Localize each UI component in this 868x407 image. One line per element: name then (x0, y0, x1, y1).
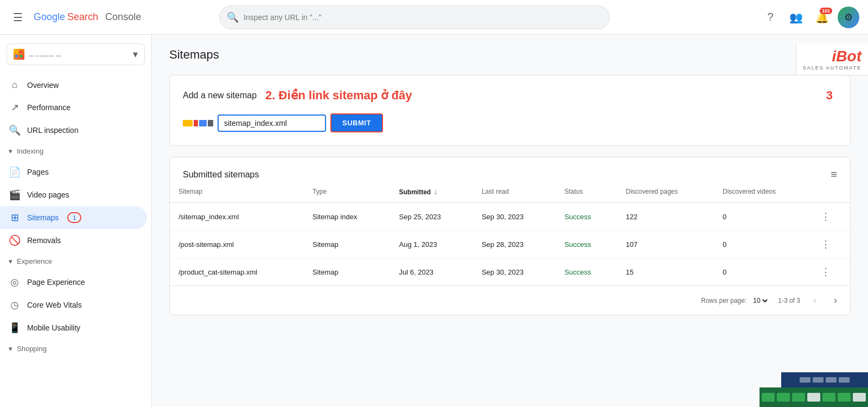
help-icon: ? (767, 11, 773, 23)
actions-cell: ⋮ (812, 203, 850, 231)
sidebar-item-page-experience[interactable]: ◎ Page Experience (0, 271, 147, 294)
sidebar-item-pages[interactable]: 📄 Pages (0, 161, 147, 183)
search-bar: 🔍 (219, 5, 610, 29)
next-page-button[interactable]: › (829, 292, 841, 308)
strip-block (777, 393, 790, 402)
more-icon[interactable]: ⋮ (821, 211, 831, 222)
bottom-strip (760, 387, 868, 407)
sidebar-item-overview[interactable]: ⌂ Overview (0, 74, 147, 96)
rows-per-page-select[interactable]: 10 25 50 (751, 296, 769, 305)
site-selector[interactable]: ... .......... ... ▾ (7, 43, 145, 65)
col-discovered-videos: Discovered videos (714, 181, 812, 203)
status-cell: Success (556, 258, 617, 286)
url-blocks (183, 120, 213, 126)
col-discovered-pages: Discovered pages (617, 181, 714, 203)
annotation-num: 3 (826, 88, 837, 103)
submitted-sitemaps-card: Submitted sitemaps ≡ Sitemap Type Submit… (169, 157, 851, 315)
table-row: /product_cat-sitemap.xml Sitemap Jul 6, … (170, 258, 850, 286)
chevron-down-icon: ▾ (9, 257, 12, 265)
actions-cell: ⋮ (812, 258, 850, 286)
table-body: /sitemap_index.xml Sitemap index Sep 25,… (170, 203, 850, 286)
strip-block (853, 393, 866, 402)
avatar[interactable]: ⚙ (838, 7, 859, 28)
col-sitemap: Sitemap (170, 181, 304, 203)
last-read-cell: Sep 30, 2023 (473, 203, 556, 231)
col-type: Type (304, 181, 390, 203)
sidebar-item-label: Core Web Vitals (27, 301, 82, 309)
site-favicon (14, 49, 24, 60)
ibot-branding: iBot SALES AUTOMATE (796, 43, 868, 75)
discovered-videos-cell: 0 (714, 258, 812, 286)
help-button[interactable]: ? (760, 7, 781, 28)
type-cell: Sitemap (304, 258, 390, 286)
actions-cell: ⋮ (812, 231, 850, 258)
submitted-header: Submitted sitemaps ≡ (170, 157, 850, 181)
status-cell: Success (556, 203, 617, 231)
shopping-section-header[interactable]: ▾ Shopping (0, 339, 151, 358)
page-title: Sitemaps (169, 48, 851, 62)
sidebar-item-url-inspection[interactable]: 🔍 URL inspection (0, 119, 147, 142)
notification-badge: 101 (820, 8, 832, 14)
users-icon: 👥 (789, 11, 803, 24)
sidebar-item-label: Page Experience (27, 278, 85, 287)
table-row: /sitemap_index.xml Sitemap index Sep 25,… (170, 203, 850, 231)
table-wrap: Sitemap Type Submitted ↓ Last read Statu… (170, 181, 850, 285)
rows-per-page: Rows per page: 10 25 50 (701, 296, 769, 305)
search-input[interactable] (219, 5, 610, 29)
add-sitemap-label: Add a new sitemap (183, 91, 257, 100)
page-experience-icon: ◎ (9, 276, 21, 288)
status-cell: Success (556, 231, 617, 258)
sitemaps-table: Sitemap Type Submitted ↓ Last read Statu… (170, 181, 850, 285)
inspection-icon: 🔍 (9, 124, 21, 136)
strip2-block (839, 377, 850, 383)
sitemap-url-input[interactable] (218, 115, 326, 132)
sort-arrow-icon: ↓ (434, 187, 438, 196)
sidebar-item-label: Sitemaps (27, 213, 59, 222)
menu-icon[interactable]: ☰ (9, 7, 27, 28)
users-button[interactable]: 👥 (786, 7, 807, 28)
table-row: /post-sitemap.xml Sitemap Aug 1, 2023 Se… (170, 231, 850, 258)
bottom-strip2 (781, 372, 868, 387)
sidebar-item-sitemaps[interactable]: ⊞ Sitemaps 1 (0, 206, 147, 229)
sidebar-item-removals[interactable]: 🚫 Removals (0, 229, 147, 252)
experience-section-header[interactable]: ▾ Experience (0, 252, 151, 271)
submit-button[interactable]: SUBMIT (330, 113, 383, 132)
col-submitted[interactable]: Submitted ↓ (391, 181, 473, 203)
add-sitemap-row: Add a new sitemap 2. Điền link sitemap ở… (183, 88, 837, 103)
sidebar-item-video-pages[interactable]: 🎬 Video pages (0, 183, 147, 206)
experience-label: Experience (17, 257, 52, 265)
more-icon[interactable]: ⋮ (821, 266, 831, 277)
more-icon[interactable]: ⋮ (821, 239, 831, 250)
strip2-block (800, 377, 810, 383)
last-read-cell: Sep 28, 2023 (473, 231, 556, 258)
sidebar-item-performance[interactable]: ↗ Performance (0, 96, 147, 119)
sidebar-item-core-web-vitals[interactable]: ◷ Core Web Vitals (0, 294, 147, 316)
prev-page-button[interactable]: ‹ (809, 292, 821, 308)
submitted-cell: Jul 6, 2023 (391, 258, 473, 286)
add-sitemap-annotation: 2. Điền link sitemap ở đây (265, 88, 412, 103)
strip2-block (826, 377, 837, 383)
sidebar-item-label: Pages (27, 168, 49, 176)
filter-icon[interactable]: ≡ (831, 168, 837, 181)
site-name: ... .......... ... (29, 50, 129, 58)
shopping-label: Shopping (17, 345, 47, 353)
col-last-read: Last read (473, 181, 556, 203)
strip-block (822, 393, 835, 402)
strip-block (792, 393, 805, 402)
strip-block (838, 393, 851, 402)
main-content: Sitemaps Add a new sitemap 2. Điền link … (152, 35, 868, 407)
logo: Google Search Console (34, 11, 141, 23)
layout: ... .......... ... ▾ ⌂ Overview ↗ Perfor… (0, 35, 868, 407)
table-header: Sitemap Type Submitted ↓ Last read Statu… (170, 181, 850, 203)
sidebar-item-label: Mobile Usability (27, 323, 80, 332)
col-actions (812, 181, 850, 203)
notification-button[interactable]: 🔔 101 (812, 7, 833, 28)
submitted-title: Submitted sitemaps (183, 170, 259, 180)
core-web-vitals-icon: ◷ (9, 299, 21, 311)
indexing-section-header[interactable]: ▾ Indexing (0, 142, 151, 161)
sidebar-item-mobile-usability[interactable]: 📱 Mobile Usability (0, 316, 147, 339)
sidebar: ... .......... ... ▾ ⌂ Overview ↗ Perfor… (0, 35, 152, 407)
logo-search: Search (67, 11, 98, 23)
sitemaps-icon: ⊞ (9, 212, 21, 224)
home-icon: ⌂ (9, 79, 21, 91)
